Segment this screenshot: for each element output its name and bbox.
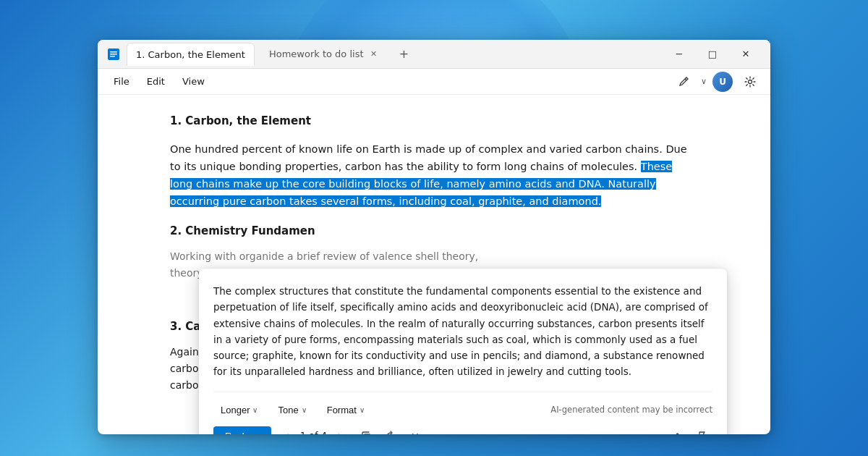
tone-label: Tone <box>278 405 298 415</box>
ai-popup-controls: Longer ∨ Tone ∨ Format ∨ AI-generated co… <box>213 392 712 419</box>
window-controls: − □ ✕ <box>663 43 762 66</box>
settings-icon-button[interactable] <box>739 70 762 93</box>
nav-next-button[interactable]: ► <box>331 426 352 434</box>
svg-rect-2 <box>110 54 117 55</box>
like-button[interactable] <box>668 426 688 434</box>
para1-before-highlight: One hundred percent of known life on Ear… <box>170 143 687 172</box>
close-popup-button[interactable]: ✕ <box>405 426 425 434</box>
longer-label: Longer <box>221 405 250 415</box>
replace-button[interactable]: Replace <box>213 426 271 434</box>
tone-dropdown[interactable]: Tone ∨ <box>271 401 313 419</box>
longer-dropdown[interactable]: Longer ∨ <box>213 401 265 419</box>
flag-button[interactable] <box>692 426 712 434</box>
tab-inactive[interactable]: Homework to do list ✕ <box>260 43 388 66</box>
ai-popup-text: The complex structures that constitute t… <box>213 283 712 380</box>
pen-dropdown-chevron[interactable]: ∨ <box>701 77 707 86</box>
copy-button[interactable] <box>356 426 376 434</box>
format-chevron-icon: ∨ <box>359 406 365 414</box>
nav-count: 1 of 4 <box>300 428 327 434</box>
longer-chevron-icon: ∨ <box>252 406 258 414</box>
tab-active[interactable]: 1. Carbon, the Element <box>127 43 255 66</box>
app-icon <box>106 47 121 62</box>
document-content: 1. Carbon, the Element One hundred perce… <box>98 95 770 434</box>
nav-prev-button[interactable]: ◄ <box>276 426 296 434</box>
ai-disclaimer: AI-generated content may be incorrect <box>550 403 712 416</box>
tone-chevron-icon: ∨ <box>302 406 307 414</box>
menu-edit[interactable]: Edit <box>140 73 172 90</box>
doc-para-1: One hundred percent of known life on Ear… <box>170 141 698 211</box>
ai-suggestion-popup: The complex structures that constitute t… <box>199 269 727 434</box>
toolbar-icons: ∨ U <box>672 70 762 93</box>
format-dropdown[interactable]: Format ∨ <box>320 401 372 419</box>
tab-close-button[interactable]: ✕ <box>368 48 380 60</box>
format-label: Format <box>327 405 357 415</box>
svg-rect-1 <box>110 51 117 53</box>
pen-icon-button[interactable] <box>672 70 695 93</box>
menu-file[interactable]: File <box>106 73 137 90</box>
avatar[interactable]: U <box>712 72 733 92</box>
maximize-button[interactable]: □ <box>697 43 728 66</box>
ai-popup-actions: Replace ◄ 1 of 4 ► ✕ <box>213 426 712 434</box>
minimize-button[interactable]: − <box>663 43 695 66</box>
svg-point-4 <box>749 80 752 83</box>
tab-inactive-label: Homework to do list <box>269 48 364 59</box>
menubar: File Edit View ∨ U <box>98 69 770 95</box>
tab-add-button[interactable]: + <box>394 44 414 64</box>
menu-view[interactable]: View <box>175 73 212 90</box>
doc-section-2-title: 2. Chemistry Fundamen <box>170 222 698 240</box>
titlebar: 1. Carbon, the Element Homework to do li… <box>98 40 770 69</box>
close-button[interactable]: ✕ <box>730 43 762 66</box>
app-window: 1. Carbon, the Element Homework to do li… <box>98 40 770 434</box>
doc-title: 1. Carbon, the Element <box>170 112 698 130</box>
refresh-button[interactable] <box>380 426 401 434</box>
svg-rect-3 <box>110 56 115 57</box>
tab-active-label: 1. Carbon, the Element <box>136 49 245 60</box>
